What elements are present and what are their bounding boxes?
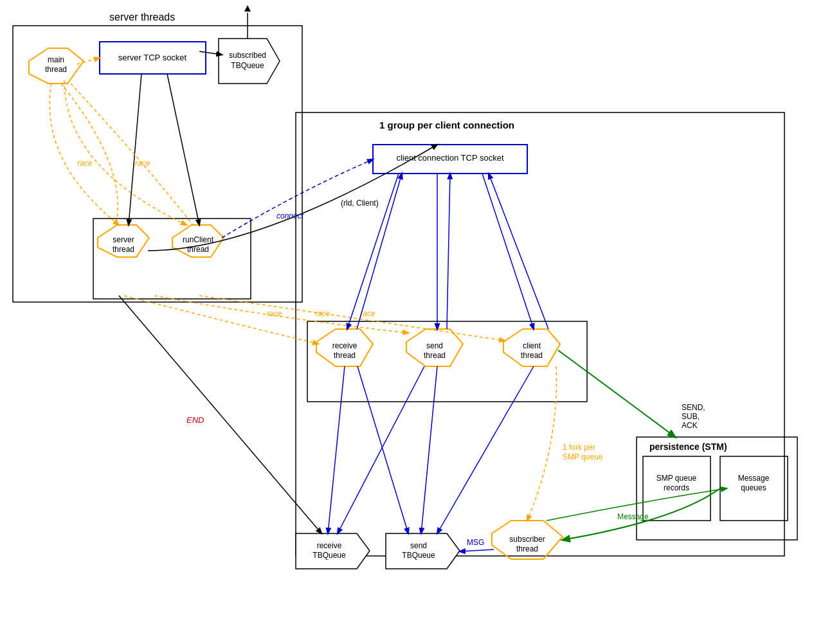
smp-queue-records-text: SMP queue bbox=[656, 474, 697, 483]
client-threads-inner-box bbox=[307, 321, 587, 402]
group-per-client-label: 1 group per client connection bbox=[379, 120, 514, 130]
svg-text:thread: thread bbox=[113, 245, 134, 254]
msg-label: MSG bbox=[467, 538, 484, 547]
svg-marker-2 bbox=[244, 5, 251, 12]
svg-text:SMP queue: SMP queue bbox=[563, 452, 603, 461]
svg-text:thread: thread bbox=[45, 65, 67, 74]
persistence-box bbox=[637, 437, 797, 540]
server-threads-label: server threads bbox=[109, 12, 175, 22]
main-thread-text: main bbox=[48, 55, 64, 64]
client-thread-text: client bbox=[523, 341, 541, 350]
svg-text:race: race bbox=[135, 159, 150, 168]
diagram-container: server threads 1 group per client connec… bbox=[0, 0, 814, 644]
svg-text:thread: thread bbox=[521, 351, 543, 360]
svg-text:race: race bbox=[77, 159, 93, 168]
svg-text:queues: queues bbox=[741, 483, 766, 492]
subscribed-tbqueue-text: subscribed bbox=[229, 51, 266, 60]
svg-text:ACK: ACK bbox=[682, 421, 698, 430]
svg-text:race: race bbox=[267, 309, 282, 318]
message-label: Message bbox=[617, 512, 649, 521]
subscriber-thread-text: subscriber bbox=[509, 535, 545, 544]
svg-text:thread: thread bbox=[334, 351, 356, 360]
message-queues-text: Message bbox=[738, 474, 770, 483]
svg-text:race: race bbox=[315, 309, 330, 318]
diagram-svg: server threads 1 group per client connec… bbox=[0, 0, 814, 644]
server-inner-box bbox=[93, 219, 251, 299]
send-tbqueue-text: send bbox=[410, 541, 427, 550]
fork-per-smp-label: 1 fork per bbox=[563, 443, 595, 452]
svg-text:records: records bbox=[664, 483, 689, 492]
svg-text:TBQueue: TBQueue bbox=[402, 551, 435, 560]
end-label: END bbox=[186, 415, 204, 425]
rld-client-label: (rld, Client) bbox=[341, 199, 379, 208]
server-thread-text: server bbox=[113, 235, 134, 244]
svg-text:thread: thread bbox=[187, 245, 209, 254]
runclient-thread-text: runClient bbox=[183, 235, 214, 244]
svg-text:thread: thread bbox=[516, 544, 538, 553]
svg-text:TBQueue: TBQueue bbox=[231, 61, 264, 70]
send-sub-ack-label: SEND, bbox=[682, 403, 705, 412]
svg-text:SUB,: SUB, bbox=[682, 412, 700, 421]
send-thread-text: send bbox=[426, 341, 443, 350]
receive-tbqueue-text: receive bbox=[317, 541, 342, 550]
svg-text:TBQueue: TBQueue bbox=[312, 551, 346, 560]
server-tcp-socket-text: server TCP socket bbox=[118, 53, 187, 62]
client-connection-tcp-text: client connection TCP socket bbox=[396, 153, 504, 163]
connect-label: connect bbox=[276, 211, 304, 220]
group-per-client-box bbox=[296, 112, 784, 556]
receive-thread-text: receive bbox=[332, 341, 357, 350]
svg-text:thread: thread bbox=[424, 351, 446, 360]
persistence-label: persistence (STM) bbox=[649, 442, 727, 452]
